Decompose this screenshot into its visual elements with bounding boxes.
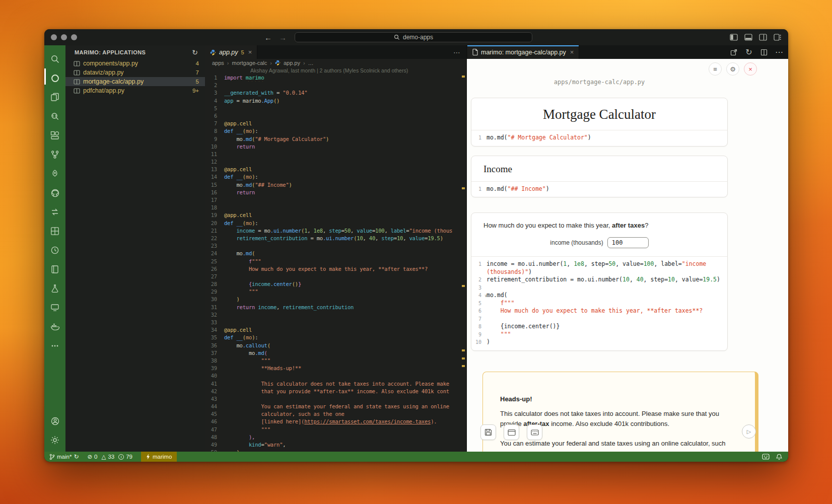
callout-heading: Heads-up! [500,395,740,403]
code-line: 24 mo.md( [205,250,466,257]
file-name: dataviz/app.py [83,69,193,76]
problems-status[interactable]: ⊘0 △33 i79 [87,453,132,460]
problem-count-badge: 7 [196,69,199,76]
file-list: components/app.py 4 dataviz/app.py 7 mor… [65,59,205,95]
income-input-row: income (thousands) [471,233,727,256]
account-icon[interactable] [44,411,65,430]
info-icon: i [118,454,124,460]
python-icon [275,60,281,65]
save-button[interactable] [480,424,496,440]
marimo-badge-label: marimo [153,454,172,460]
feedback-icon[interactable] [762,454,770,460]
code-line: 47 """ [205,426,466,434]
close-window-button[interactable] [51,34,57,40]
split-editor-icon[interactable] [759,47,769,57]
docker-whale-icon[interactable] [44,317,65,336]
code-line: 18 [205,204,466,211]
zoom-window-button[interactable] [71,34,77,40]
warnings-icon: △ [102,453,106,460]
code-line: 32 [205,311,466,319]
code-line: 12 [205,158,466,166]
sidebar-file-item[interactable]: dataviz/app.py 7 [65,68,205,77]
crumb-apps[interactable]: apps [212,60,224,66]
search-view-icon[interactable] [44,49,65,68]
cell-code[interactable]: 1mo.md("## Income") [471,181,727,197]
code-line: 43 [205,395,466,403]
marimo-status-badge[interactable]: marimo [141,452,177,462]
close-tab-icon[interactable]: × [248,48,252,56]
breadcrumb[interactable]: apps› mortgage-calc› app.py› … [205,59,466,66]
notebook-column: apps/mortgage-calc/app.py Mortgage Calcu… [471,59,728,351]
code-line: 3 [475,284,722,292]
keyboard-shortcuts-button[interactable] [527,424,542,440]
github-icon[interactable] [44,183,65,202]
code-editor[interactable]: 1import marimo23__generated_with = "0.0.… [205,74,466,452]
branch-name: main* [57,454,72,460]
income-number-input[interactable] [607,237,649,248]
shutdown-icon[interactable]: × [744,62,757,76]
toggle-secondary-sidebar-icon[interactable] [757,32,769,42]
file-name: mortgage-calc/app.py [83,78,193,85]
more-views-icon[interactable] [44,336,65,355]
customize-layout-icon[interactable] [772,32,783,42]
sidebar-file-item[interactable]: pdfchat/app.py 9+ [65,86,205,95]
crumb-symbol[interactable]: … [308,60,314,66]
close-tab-icon[interactable]: × [570,48,574,56]
history-clock-icon[interactable] [44,241,65,260]
back-icon[interactable]: ← [264,33,272,42]
sync-icon[interactable]: ↻ [74,453,79,460]
remote-monitor-icon[interactable] [44,298,65,317]
editor-more-actions-icon[interactable]: ⋯ [453,45,460,59]
code-line: 46 [linked here](https://smartasset.com/… [205,418,466,425]
cell-code[interactable]: 1mo.md("# Mortgage Calculator") [471,130,727,146]
layout-grid-icon[interactable] [44,222,65,241]
notebook-icon[interactable] [44,260,65,279]
code-line: 9 mo.md("# Mortgage Calculator") [205,135,466,143]
marimo-view-icon[interactable] [44,68,65,88]
toggle-sidebar-icon[interactable] [728,32,739,42]
toggle-panel-icon[interactable] [743,32,754,42]
git-fork-icon[interactable] [44,145,65,164]
code-line: 23 [205,242,466,250]
files-copy-icon[interactable] [44,88,65,107]
command-center-search[interactable]: demo-apps [295,32,532,42]
sidebar-file-item[interactable]: mortgage-calc/app.py 5 [65,77,205,86]
code-line: 29 """ [205,288,466,296]
overview-ruler-mark [462,285,465,287]
open-external-icon[interactable] [729,47,739,57]
sidebar-file-item[interactable]: components/app.py 4 [65,59,205,68]
swap-arrows-icon[interactable] [44,202,65,222]
code-inspect-icon[interactable] [44,107,65,126]
notifications-bell-icon[interactable] [776,454,782,460]
marimo-webview: ≡ ⚙ × apps/mortgage-calc/app.py Mortgage… [467,59,788,452]
code-line: 44 You can estimate your federal and sta… [205,403,466,410]
tab-app-py[interactable]: app.py 5 × [205,45,257,59]
shapes-icon[interactable] [44,126,65,145]
rocket-icon[interactable] [44,164,65,183]
minimize-window-button[interactable] [61,34,67,40]
sidebar-header: MARIMO: APPLICATIONS ↻ [65,45,205,59]
settings-gear-icon[interactable] [44,430,65,450]
reload-icon[interactable]: ↻ [744,47,754,57]
more-actions-icon[interactable]: ⋯ [774,47,784,57]
git-branch-status[interactable]: main* ↻ [49,453,79,460]
code-line: 40 [205,372,466,380]
code-line: 25 f""" [205,258,466,265]
lightning-icon [146,454,150,460]
crumb-mortgage-calc[interactable]: mortgage-calc [232,60,267,66]
open-window-button[interactable] [504,424,519,440]
settings-icon[interactable]: ⚙ [726,62,739,76]
code-line: 8def __(mo): [205,127,466,135]
search-text: demo-apps [403,34,433,41]
forward-icon[interactable]: → [279,33,287,42]
crumb-app-py[interactable]: app.py [284,60,300,66]
problem-count-badge: 5 [196,79,199,85]
run-button[interactable]: ▷ [742,424,756,439]
problem-count-badge: 9+ [192,88,199,94]
test-beaker-icon[interactable] [44,279,65,298]
refresh-icon[interactable]: ↻ [192,48,198,56]
overview-ruler-mark [462,76,465,78]
tab-marimo-panel[interactable]: marimo: mortgage-calc/app.py × [467,45,579,59]
history-nav: ← → [264,33,287,42]
cell-code[interactable]: 1income = mo.ui.number(1, 1e8, step=50, … [471,256,727,350]
